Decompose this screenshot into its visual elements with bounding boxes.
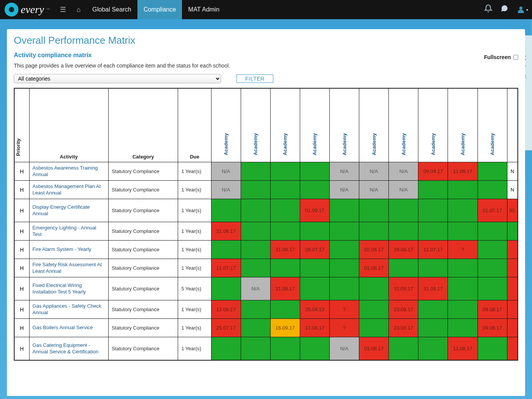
status-cell[interactable]: N/A — [389, 162, 418, 181]
header-school[interactable]: Academy — [211, 89, 241, 162]
status-cell[interactable] — [448, 259, 477, 277]
header-school[interactable]: Academy — [300, 89, 329, 162]
status-cell[interactable] — [389, 199, 418, 222]
status-cell[interactable] — [211, 277, 241, 300]
status-cell[interactable]: N/A — [359, 181, 389, 199]
status-cell[interactable]: N/A — [359, 162, 389, 181]
status-cell[interactable] — [389, 259, 418, 277]
status-cell[interactable] — [300, 162, 329, 181]
activity-cell[interactable]: Asbestos Awareness Training Annual — [29, 162, 108, 181]
status-cell[interactable] — [270, 181, 300, 199]
status-cell[interactable]: 02.06.17 — [359, 241, 389, 259]
status-cell[interactable] — [241, 300, 270, 319]
status-cell[interactable]: ? — [330, 319, 359, 337]
status-cell[interactable] — [418, 337, 448, 360]
status-cell[interactable] — [418, 222, 448, 241]
status-cell[interactable]: 31.08.17 — [270, 277, 300, 300]
status-cell[interactable]: 16.09.17 — [270, 319, 300, 337]
status-cell[interactable] — [359, 319, 389, 337]
status-cell[interactable] — [241, 222, 270, 241]
status-cell[interactable]: 31.08.17 — [418, 277, 448, 300]
bell-icon[interactable] — [480, 4, 496, 15]
status-cell[interactable]: N/A — [330, 337, 359, 360]
brand-logo[interactable]: every™ — [0, 3, 55, 16]
status-cell[interactable] — [270, 222, 300, 241]
status-cell[interactable] — [507, 259, 517, 277]
status-cell[interactable]: ? — [448, 241, 477, 259]
status-cell[interactable] — [448, 222, 477, 241]
home-icon[interactable]: ⌂ — [71, 6, 86, 14]
status-cell[interactable] — [359, 300, 389, 319]
status-cell[interactable]: 01.07.17 — [477, 199, 507, 222]
status-cell[interactable] — [359, 222, 389, 241]
status-cell[interactable] — [418, 181, 448, 199]
status-cell[interactable] — [270, 199, 300, 222]
status-cell[interactable] — [448, 277, 477, 300]
status-cell[interactable] — [211, 241, 241, 259]
header-school[interactable] — [507, 89, 517, 162]
header-school[interactable]: Academy — [270, 89, 300, 162]
status-cell[interactable] — [211, 199, 241, 222]
status-cell[interactable] — [389, 337, 418, 360]
status-cell[interactable] — [477, 181, 507, 199]
status-cell[interactable] — [448, 300, 477, 319]
status-cell[interactable] — [241, 319, 270, 337]
filter-button[interactable]: FILTER — [236, 74, 273, 83]
activity-cell[interactable]: Fire Alarm System - Yearly — [29, 241, 108, 259]
status-cell[interactable]: 31.08.17 — [211, 222, 241, 241]
activity-cell[interactable]: Emergency Lighting - Annual Test — [29, 222, 108, 241]
status-cell[interactable] — [507, 300, 517, 319]
header-school[interactable]: Academy — [448, 89, 477, 162]
status-cell[interactable] — [507, 337, 517, 360]
status-cell[interactable] — [211, 337, 241, 360]
header-school[interactable]: Academy — [359, 89, 389, 162]
status-cell[interactable]: N/A — [389, 181, 418, 199]
status-cell[interactable]: 31.08.17 — [389, 277, 418, 300]
activity-cell[interactable]: Display Energy Certificate Annual — [29, 199, 108, 222]
status-cell[interactable] — [270, 259, 300, 277]
activity-cell[interactable]: Gas Boilers Annual Service — [29, 319, 108, 337]
status-cell[interactable] — [477, 259, 507, 277]
status-cell[interactable]: 25.04.13 — [300, 300, 329, 319]
status-cell[interactable] — [507, 222, 517, 241]
status-cell[interactable]: 23.08.17 — [389, 319, 418, 337]
status-cell[interactable]: 09.04.17 — [418, 162, 448, 181]
status-cell[interactable] — [477, 277, 507, 300]
activity-cell[interactable]: Fixed Electrical Wiring Installation Tes… — [29, 277, 108, 300]
status-cell[interactable]: 11.07.17 — [211, 259, 241, 277]
nav-global-search[interactable]: Global Search — [86, 0, 137, 19]
status-cell[interactable] — [477, 241, 507, 259]
status-cell[interactable] — [300, 181, 329, 199]
status-cell[interactable] — [359, 199, 389, 222]
status-cell[interactable] — [448, 199, 477, 222]
status-cell[interactable]: N/A — [241, 277, 270, 300]
status-cell[interactable]: 01.09.17 — [300, 199, 329, 222]
status-cell[interactable]: 09.08.17 — [477, 300, 507, 319]
status-cell[interactable] — [241, 181, 270, 199]
header-school[interactable]: Academy — [418, 89, 448, 162]
header-school[interactable]: Academy — [330, 89, 359, 162]
status-cell[interactable] — [241, 199, 270, 222]
status-cell[interactable] — [270, 162, 300, 181]
status-cell[interactable] — [300, 259, 329, 277]
activity-cell[interactable]: Fire Safety Risk Assessment At Least Ann… — [29, 259, 108, 277]
status-cell[interactable] — [330, 199, 359, 222]
header-school[interactable]: Academy — [241, 89, 270, 162]
status-cell[interactable]: N — [507, 162, 517, 181]
user-menu[interactable]: ▾ — [512, 5, 532, 14]
chat-icon[interactable] — [496, 4, 512, 15]
status-cell[interactable] — [330, 277, 359, 300]
status-cell[interactable] — [241, 162, 270, 181]
status-cell[interactable]: 17.08.17 — [300, 319, 329, 337]
status-cell[interactable] — [241, 259, 270, 277]
status-cell[interactable] — [241, 337, 270, 360]
header-school[interactable]: Academy — [477, 89, 507, 162]
fullscreen-checkbox[interactable] — [513, 55, 518, 60]
status-cell[interactable] — [477, 222, 507, 241]
status-cell[interactable] — [300, 277, 329, 300]
status-cell[interactable]: N/A — [330, 162, 359, 181]
status-cell[interactable] — [418, 259, 448, 277]
nav-mat-admin[interactable]: MAT Admin — [182, 0, 225, 19]
status-cell[interactable]: N/A — [211, 181, 241, 199]
status-cell[interactable]: 25.07.17 — [211, 319, 241, 337]
